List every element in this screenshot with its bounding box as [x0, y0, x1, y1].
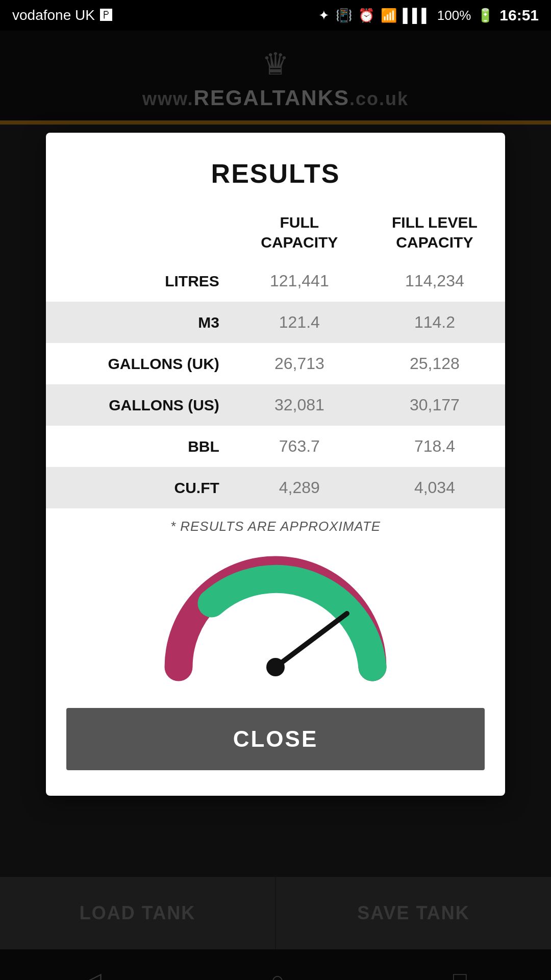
row-label: M3	[46, 302, 235, 343]
row-label: CU.FT	[46, 467, 235, 508]
status-right: ✦ 📳 ⏰ 📶 ▌▌▌ 100% 🔋 16:51	[318, 7, 539, 24]
row-full-capacity: 763.7	[235, 426, 364, 467]
alarm-icon: ⏰	[358, 8, 374, 23]
gauge-container	[46, 540, 505, 698]
col-header-label	[46, 204, 235, 260]
row-fill-capacity: 718.4	[364, 426, 505, 467]
vibrate-icon: 📳	[336, 8, 352, 23]
row-label: BBL	[46, 426, 235, 467]
status-bar: vodafone UK 🅿 ✦ 📳 ⏰ 📶 ▌▌▌ 100% 🔋 16:51	[0, 0, 551, 31]
row-label: LITRES	[46, 260, 235, 302]
clock: 16:51	[499, 7, 539, 24]
battery-icon: 🔋	[477, 8, 493, 23]
carrier-icon: 🅿	[100, 8, 112, 22]
results-modal: RESULTS FULLCAPACITY FILL LEVELCAPACITY …	[46, 133, 505, 796]
table-row: BBL763.7718.4	[46, 426, 505, 467]
row-label: GALLONS (US)	[46, 384, 235, 426]
signal-icon: ▌▌▌	[403, 8, 431, 23]
col-header-full: FULLCAPACITY	[235, 204, 364, 260]
row-fill-capacity: 30,177	[364, 384, 505, 426]
table-row: M3121.4114.2	[46, 302, 505, 343]
svg-point-1	[266, 658, 285, 676]
row-label: GALLONS (UK)	[46, 343, 235, 384]
close-button[interactable]: CLOSE	[66, 708, 485, 770]
status-left: vodafone UK 🅿	[12, 7, 112, 23]
table-row: CU.FT4,2894,034	[46, 467, 505, 508]
col-header-fill: FILL LEVELCAPACITY	[364, 204, 505, 260]
modal-overlay: RESULTS FULLCAPACITY FILL LEVELCAPACITY …	[0, 31, 551, 980]
modal-title: RESULTS	[46, 133, 505, 204]
row-fill-capacity: 4,034	[364, 467, 505, 508]
approximate-note: * RESULTS ARE APPROXIMATE	[46, 508, 505, 540]
battery-label: 100%	[437, 8, 471, 23]
wifi-icon: 📶	[381, 8, 397, 23]
svg-line-0	[276, 614, 347, 667]
results-table: FULLCAPACITY FILL LEVELCAPACITY LITRES12…	[46, 204, 505, 508]
table-row: LITRES121,441114,234	[46, 260, 505, 302]
table-row: GALLONS (US)32,08130,177	[46, 384, 505, 426]
gauge-svg	[158, 555, 393, 688]
row-full-capacity: 121,441	[235, 260, 364, 302]
row-fill-capacity: 114,234	[364, 260, 505, 302]
row-full-capacity: 4,289	[235, 467, 364, 508]
row-full-capacity: 32,081	[235, 384, 364, 426]
row-full-capacity: 26,713	[235, 343, 364, 384]
table-row: GALLONS (UK)26,71325,128	[46, 343, 505, 384]
row-fill-capacity: 114.2	[364, 302, 505, 343]
row-fill-capacity: 25,128	[364, 343, 505, 384]
bluetooth-icon: ✦	[318, 8, 330, 23]
row-full-capacity: 121.4	[235, 302, 364, 343]
carrier-label: vodafone UK	[12, 7, 95, 23]
